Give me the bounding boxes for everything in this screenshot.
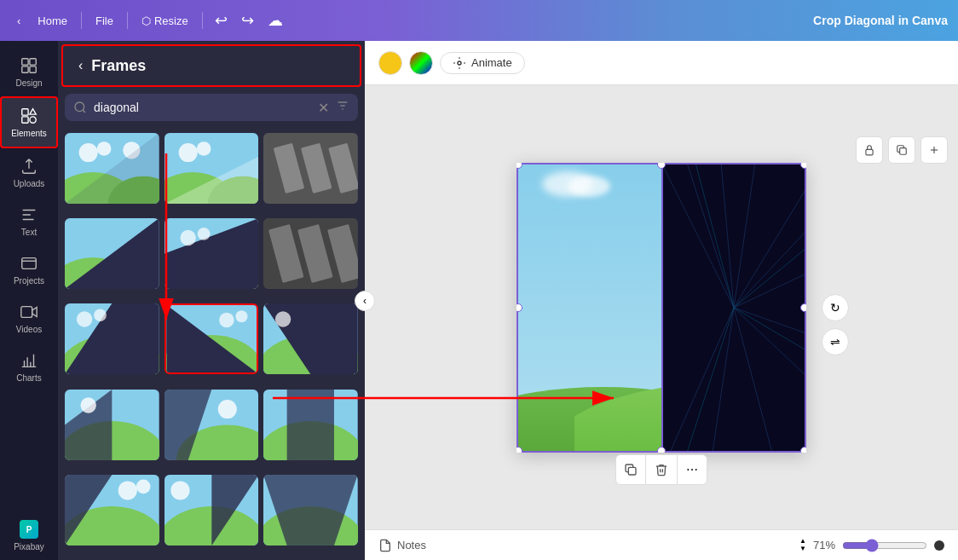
redo-button[interactable]: ↪ bbox=[236, 8, 259, 33]
search-input[interactable] bbox=[94, 101, 311, 114]
sidebar-item-pixabay[interactable]: P Pixabay bbox=[0, 511, 58, 560]
panel-title: Frames bbox=[91, 57, 146, 75]
svg-point-52 bbox=[235, 311, 247, 323]
svg-rect-9 bbox=[21, 307, 32, 318]
color-button[interactable] bbox=[378, 51, 402, 75]
copy-icon bbox=[624, 463, 638, 476]
frame-thumb-7[interactable] bbox=[65, 303, 159, 374]
projects-label: Projects bbox=[14, 276, 44, 286]
svg-point-64 bbox=[217, 400, 236, 419]
svg-point-80 bbox=[458, 61, 461, 65]
sidebar-item-uploads[interactable]: Uploads bbox=[0, 148, 58, 197]
panel-header: ‹ Frames bbox=[61, 44, 361, 87]
zoom-slider[interactable] bbox=[842, 539, 927, 552]
svg-point-72 bbox=[136, 479, 151, 494]
svg-point-56 bbox=[275, 312, 291, 327]
page-up-button[interactable]: ▲ bbox=[799, 538, 806, 545]
collapse-panel-button[interactable]: ‹ bbox=[355, 291, 375, 311]
page-down-button[interactable]: ▼ bbox=[799, 546, 806, 552]
pixabay-label: Pixabay bbox=[14, 542, 44, 551]
nav-divider-2 bbox=[127, 12, 128, 29]
footer-right: ▲ ▼ 71% bbox=[799, 538, 944, 552]
videos-label: Videos bbox=[16, 325, 42, 334]
svg-point-76 bbox=[170, 481, 189, 499]
resize-button[interactable]: ⬡ Resize bbox=[135, 11, 195, 31]
back-nav-button[interactable]: ‹ bbox=[10, 11, 27, 31]
uploads-icon bbox=[20, 157, 38, 176]
home-button[interactable]: Home bbox=[31, 11, 74, 31]
frame-thumb-5[interactable] bbox=[164, 218, 259, 289]
frame-thumb-13[interactable] bbox=[65, 475, 159, 546]
canvas-bottom-actions: ⋯ bbox=[615, 454, 707, 485]
frame-thumb-4[interactable] bbox=[65, 218, 159, 289]
search-icon bbox=[73, 101, 87, 114]
svg-rect-103 bbox=[628, 467, 636, 475]
uploads-label: Uploads bbox=[14, 179, 45, 188]
trash-icon bbox=[655, 463, 668, 476]
svg-rect-7 bbox=[22, 117, 28, 123]
search-bar: ✕ bbox=[65, 94, 358, 121]
projects-icon bbox=[20, 254, 38, 273]
panel-back-button[interactable]: ‹ bbox=[77, 56, 84, 75]
svg-rect-1 bbox=[30, 59, 36, 65]
svg-point-71 bbox=[118, 481, 137, 499]
animate-button[interactable]: Animate bbox=[440, 52, 525, 74]
canvas-frame[interactable] bbox=[517, 163, 806, 453]
sidebar-item-text[interactable]: Text bbox=[0, 197, 58, 245]
text-icon bbox=[20, 205, 38, 224]
nav-divider-3 bbox=[202, 12, 203, 29]
canvas-frame-wrapper: ↻ ⇌ bbox=[517, 163, 806, 453]
svg-point-47 bbox=[94, 309, 107, 322]
gradient-button[interactable] bbox=[409, 51, 433, 75]
frame-thumb-1[interactable] bbox=[65, 133, 159, 204]
sidebar-item-charts[interactable]: Charts bbox=[0, 343, 58, 391]
frame-thumb-15[interactable] bbox=[263, 475, 358, 546]
sidebar-item-design[interactable]: Design bbox=[0, 48, 58, 96]
charts-icon bbox=[20, 351, 38, 370]
topbar: ‹ Home File ⬡ Resize ↩ ↪ ☁ Crop Diagonal… bbox=[0, 0, 958, 41]
frame-thumb-9[interactable] bbox=[263, 303, 358, 374]
canvas-workspace[interactable]: ↻ ⇌ ⋯ bbox=[365, 85, 958, 529]
frame-thumb-12[interactable] bbox=[263, 390, 358, 460]
canvas-footer: Notes ▲ ▼ 71% bbox=[365, 529, 958, 560]
frame-thumb-14[interactable] bbox=[164, 475, 259, 546]
svg-point-17 bbox=[79, 143, 98, 162]
notes-label: Notes bbox=[397, 539, 426, 551]
animate-icon bbox=[453, 56, 466, 70]
svg-point-60 bbox=[80, 397, 95, 413]
frame-thumb-10[interactable] bbox=[65, 390, 159, 460]
svg-point-38 bbox=[197, 228, 210, 240]
lock-button[interactable] bbox=[856, 136, 883, 164]
purple-line bbox=[661, 163, 663, 453]
svg-rect-81 bbox=[866, 149, 873, 154]
clear-search-button[interactable]: ✕ bbox=[318, 100, 329, 116]
sidebar-item-videos[interactable]: Videos bbox=[0, 294, 58, 343]
topbar-left: ‹ Home File ⬡ Resize ↩ ↪ ☁ bbox=[10, 8, 288, 33]
file-button[interactable]: File bbox=[89, 11, 120, 31]
duplicate-icon bbox=[896, 144, 908, 156]
rotate-handle[interactable]: ↻ bbox=[822, 294, 849, 321]
delete-action-button[interactable] bbox=[646, 454, 677, 485]
add-button[interactable] bbox=[920, 136, 948, 164]
copy-action-button[interactable] bbox=[615, 454, 646, 485]
notes-button[interactable]: Notes bbox=[378, 539, 426, 552]
home-label: Home bbox=[38, 14, 67, 27]
frame-thumb-6[interactable] bbox=[263, 218, 358, 289]
swap-handle[interactable]: ⇌ bbox=[822, 328, 849, 355]
duplicate-button[interactable] bbox=[888, 136, 915, 164]
svg-rect-4 bbox=[22, 109, 28, 115]
svg-point-51 bbox=[219, 313, 234, 328]
file-label: File bbox=[95, 14, 113, 27]
filter-button[interactable] bbox=[336, 99, 349, 116]
frame-thumb-2[interactable] bbox=[164, 133, 259, 204]
more-actions-button[interactable]: ⋯ bbox=[677, 454, 707, 485]
frame-thumb-8[interactable] bbox=[164, 303, 259, 374]
cloud-save-button[interactable]: ☁ bbox=[263, 8, 288, 33]
frame-thumb-3[interactable] bbox=[263, 133, 358, 204]
main-area: Design Elements Uploads Text bbox=[0, 41, 958, 560]
design-icon bbox=[20, 56, 38, 75]
sidebar-item-projects[interactable]: Projects bbox=[0, 245, 58, 294]
undo-button[interactable]: ↩ bbox=[210, 8, 233, 33]
frame-thumb-11[interactable] bbox=[164, 390, 259, 460]
sidebar-item-elements[interactable]: Elements bbox=[0, 96, 58, 148]
